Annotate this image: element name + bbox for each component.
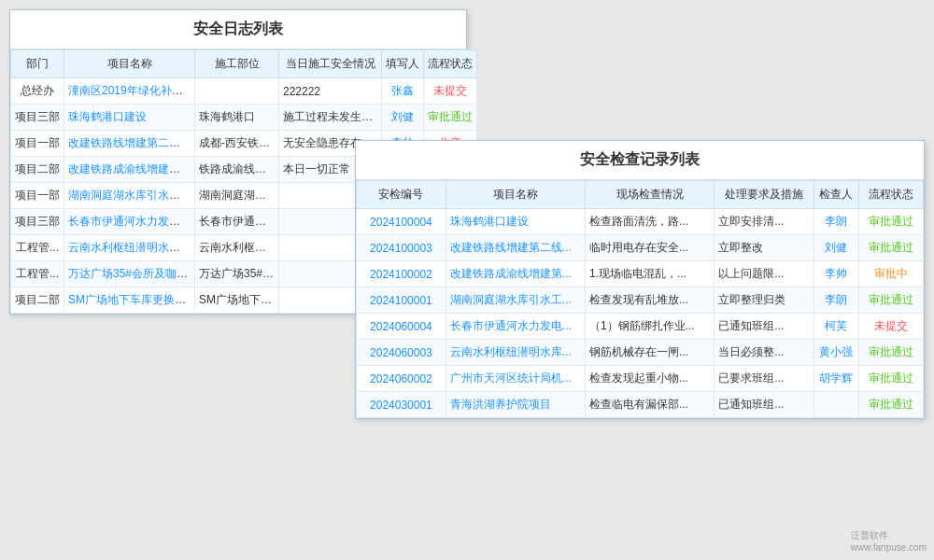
project-cell[interactable]: 青海洪湖养护院项目 bbox=[446, 392, 585, 418]
col-code: 安检编号 bbox=[357, 181, 446, 209]
inspector-cell: 刘健 bbox=[814, 235, 858, 261]
measures-cell: 已通知班组... bbox=[715, 314, 814, 340]
status-cell: 审批通过 bbox=[858, 287, 923, 314]
check-situation-cell: 检查发现有乱堆放... bbox=[585, 287, 714, 314]
inspector-cell: 李朗 bbox=[814, 209, 858, 235]
project-cell[interactable]: 湖南洞庭湖水库引水工... bbox=[446, 287, 585, 314]
safety-inspection-table: 安检编号 项目名称 现场检查情况 处理要求及措施 检查人 流程状态 202410… bbox=[356, 180, 924, 418]
code-cell[interactable]: 2024060004 bbox=[357, 314, 446, 340]
site-cell: 云南水利枢纽... bbox=[195, 235, 279, 261]
project-cell[interactable]: 万达广场35#会所及咖啡... bbox=[64, 261, 195, 287]
table-row: 2024060004长春市伊通河水力发电...（1）钢筋绑扎作业...已通知班组… bbox=[357, 314, 924, 340]
status-cell: 审批通过 bbox=[858, 392, 923, 418]
site-cell: 铁路成渝线（成... bbox=[195, 157, 279, 183]
check-situation-cell: 钢筋机械存在一闸... bbox=[585, 340, 714, 366]
table-row: 2024100003改建铁路线增建第二线...临时用电存在安全...立即整改刘健… bbox=[357, 235, 924, 261]
measures-cell: 以上问题限... bbox=[715, 261, 814, 287]
watermark: 泛普软件 www.fanpuse.com bbox=[851, 529, 927, 553]
project-cell[interactable]: 珠海鹤港口建设 bbox=[64, 105, 195, 131]
site-cell bbox=[195, 78, 279, 105]
check-situation-cell: （1）钢筋绑扎作业... bbox=[585, 314, 714, 340]
table-row: 总经办潼南区2019年绿化补贴项...222222张鑫未提交 bbox=[11, 78, 477, 105]
code-cell[interactable]: 2024060003 bbox=[357, 340, 446, 366]
watermark-line1: 泛普软件 bbox=[851, 529, 927, 542]
status-cell: 审批通过 bbox=[424, 105, 477, 131]
project-cell[interactable]: 改建铁路成渝线增建第... bbox=[446, 261, 585, 287]
status-cell: 审批通过 bbox=[858, 340, 923, 366]
project-cell[interactable]: 广州市天河区统计局机... bbox=[446, 366, 585, 392]
measures-cell: 已要求班组... bbox=[715, 366, 814, 392]
left-panel-title: 安全日志列表 bbox=[10, 10, 466, 49]
inspector-cell: 黄小强 bbox=[814, 340, 858, 366]
dept-cell: 工程管... bbox=[11, 261, 64, 287]
status-cell: 审批通过 bbox=[858, 366, 923, 392]
project-cell[interactable]: 潼南区2019年绿化补贴项... bbox=[64, 78, 195, 105]
code-cell[interactable]: 2024060002 bbox=[357, 366, 446, 392]
table-row: 2024100004珠海鹤港口建设检查路面清洗，路...立即安排清...李朗审批… bbox=[357, 209, 924, 235]
dept-cell: 项目一部 bbox=[11, 183, 64, 209]
col-project: 项目名称 bbox=[64, 50, 195, 78]
situation-cell: 222222 bbox=[279, 78, 382, 105]
table-row: 2024100002改建铁路成渝线增建第...1.现场临电混乱，...以上问题限… bbox=[357, 261, 924, 287]
site-cell: 长春市伊通河水... bbox=[195, 209, 279, 235]
project-cell[interactable]: 长春市伊通河水力发电厂... bbox=[64, 209, 195, 235]
col-status: 流程状态 bbox=[424, 50, 477, 78]
code-cell[interactable]: 2024030001 bbox=[357, 392, 446, 418]
dept-cell: 项目三部 bbox=[11, 105, 64, 131]
measures-cell: 已通知班组... bbox=[715, 392, 814, 418]
project-cell[interactable]: 珠海鹤港口建设 bbox=[446, 209, 585, 235]
project-cell[interactable]: 云南水利枢纽潜明水库一... bbox=[64, 235, 195, 261]
site-cell: 成都-西安铁路... bbox=[195, 131, 279, 157]
project-cell[interactable]: 长春市伊通河水力发电... bbox=[446, 314, 585, 340]
site-cell: 万达广场35#会... bbox=[195, 261, 279, 287]
safety-inspection-panel: 安全检查记录列表 安检编号 项目名称 现场检查情况 处理要求及措施 检查人 流程… bbox=[355, 140, 925, 419]
col-check-situation: 现场检查情况 bbox=[585, 181, 714, 209]
dept-cell: 项目二部 bbox=[11, 157, 64, 183]
project-cell[interactable]: 改建铁路线增建第二线... bbox=[446, 235, 585, 261]
writer-cell: 刘健 bbox=[382, 105, 424, 131]
project-cell[interactable]: 湖南洞庭湖水库引水工程... bbox=[64, 183, 195, 209]
code-cell[interactable]: 2024100004 bbox=[357, 209, 446, 235]
col-site: 施工部位 bbox=[195, 50, 279, 78]
inspector-cell: 柯芙 bbox=[814, 314, 858, 340]
status-cell: 未提交 bbox=[424, 78, 477, 105]
project-cell[interactable]: 改建铁路成渝线增建第二... bbox=[64, 157, 195, 183]
check-situation-cell: 检查临电有漏保部... bbox=[585, 392, 714, 418]
check-situation-cell: 检查发现起重小物... bbox=[585, 366, 714, 392]
col-writer: 填写人 bbox=[382, 50, 424, 78]
inspector-cell: 李帅 bbox=[814, 261, 858, 287]
table-row: 2024030001青海洪湖养护院项目检查临电有漏保部...已通知班组...审批… bbox=[357, 392, 924, 418]
watermark-line2: www.fanpuse.com bbox=[851, 542, 927, 553]
writer-cell: 张鑫 bbox=[382, 78, 424, 105]
check-situation-cell: 临时用电存在安全... bbox=[585, 235, 714, 261]
check-situation-cell: 1.现场临电混乱，... bbox=[585, 261, 714, 287]
col-flow-status: 流程状态 bbox=[858, 181, 923, 209]
col-project-name: 项目名称 bbox=[446, 181, 585, 209]
project-cell[interactable]: SM广场地下车库更换摄... bbox=[64, 287, 195, 314]
dept-cell: 项目一部 bbox=[11, 131, 64, 157]
table-row: 2024060003云南水利枢纽潜明水库...钢筋机械存在一闸...当日必须整.… bbox=[357, 340, 924, 366]
site-cell: 湖南洞庭湖水库 bbox=[195, 183, 279, 209]
col-measures: 处理要求及措施 bbox=[715, 181, 814, 209]
site-cell: SM广场地下车库 bbox=[195, 287, 279, 314]
dept-cell: 项目三部 bbox=[11, 209, 64, 235]
code-cell[interactable]: 2024100003 bbox=[357, 235, 446, 261]
col-dept: 部门 bbox=[11, 50, 64, 78]
right-panel-title: 安全检查记录列表 bbox=[356, 141, 924, 180]
inspector-cell bbox=[814, 392, 858, 418]
site-cell: 珠海鹤港口 bbox=[195, 105, 279, 131]
dept-cell: 项目二部 bbox=[11, 287, 64, 314]
code-cell[interactable]: 2024100002 bbox=[357, 261, 446, 287]
measures-cell: 立即整理归类 bbox=[715, 287, 814, 314]
table-row: 2024060002广州市天河区统计局机...检查发现起重小物...已要求班组.… bbox=[357, 366, 924, 392]
measures-cell: 立即安排清... bbox=[715, 209, 814, 235]
dept-cell: 工程管... bbox=[11, 235, 64, 261]
status-cell: 审批通过 bbox=[858, 235, 923, 261]
project-cell[interactable]: 改建铁路线增建第二线直... bbox=[64, 131, 195, 157]
code-cell[interactable]: 2024100001 bbox=[357, 287, 446, 314]
status-cell: 审批中 bbox=[858, 261, 923, 287]
col-situation: 当日施工安全情况 bbox=[279, 50, 382, 78]
measures-cell: 当日必须整... bbox=[715, 340, 814, 366]
measures-cell: 立即整改 bbox=[715, 235, 814, 261]
project-cell[interactable]: 云南水利枢纽潜明水库... bbox=[446, 340, 585, 366]
